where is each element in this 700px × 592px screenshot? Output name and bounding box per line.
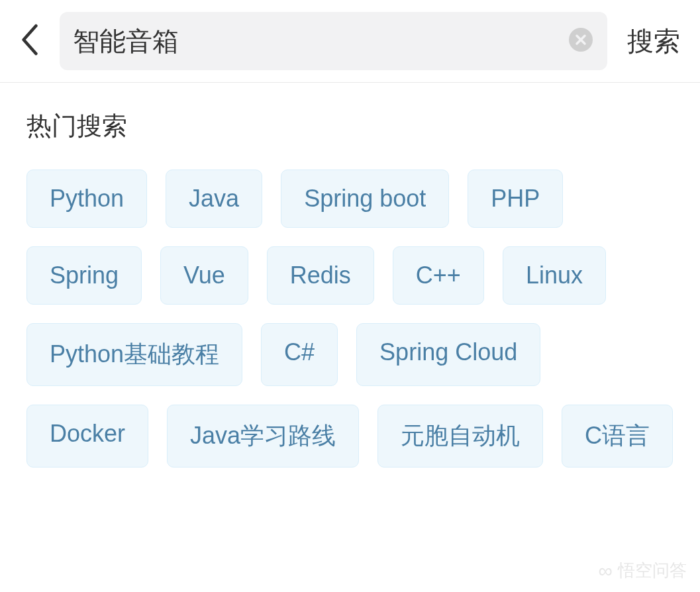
tag-item[interactable]: C# [261,323,338,386]
chevron-left-icon [21,24,39,58]
watermark-text: 悟空问答 [618,559,687,582]
tag-item[interactable]: Python基础教程 [26,323,242,386]
tag-item[interactable]: Spring [26,246,142,305]
search-box [60,12,607,70]
tag-item[interactable]: Linux [503,246,606,305]
tag-item[interactable]: 元胞自动机 [377,405,543,468]
tag-item[interactable]: Vue [160,246,248,305]
tag-item[interactable]: Java学习路线 [167,405,359,468]
tag-item[interactable]: Redis [267,246,374,305]
close-circle-icon [569,28,593,54]
tag-item[interactable]: Java [166,170,262,228]
tag-item[interactable]: Spring Cloud [356,323,540,386]
content-area: 热门搜索 Python Java Spring boot PHP Spring … [0,83,700,494]
clear-button[interactable] [568,28,594,54]
back-button[interactable] [13,25,46,58]
tag-item[interactable]: Spring boot [281,170,449,228]
tag-item[interactable]: PHP [468,170,563,228]
hot-search-title: 热门搜索 [26,109,674,143]
search-header: 搜索 [0,0,700,83]
search-input[interactable] [73,26,568,56]
watermark-icon: ∞ [599,560,613,582]
tag-item[interactable]: Python [26,170,147,228]
tag-item[interactable]: C语言 [562,405,673,468]
hot-search-tags: Python Java Spring boot PHP Spring Vue R… [26,170,674,468]
tag-item[interactable]: C++ [393,246,484,305]
watermark: ∞ 悟空问答 [599,559,687,582]
tag-item[interactable]: Docker [26,405,148,468]
search-action-button[interactable]: 搜索 [621,23,687,60]
